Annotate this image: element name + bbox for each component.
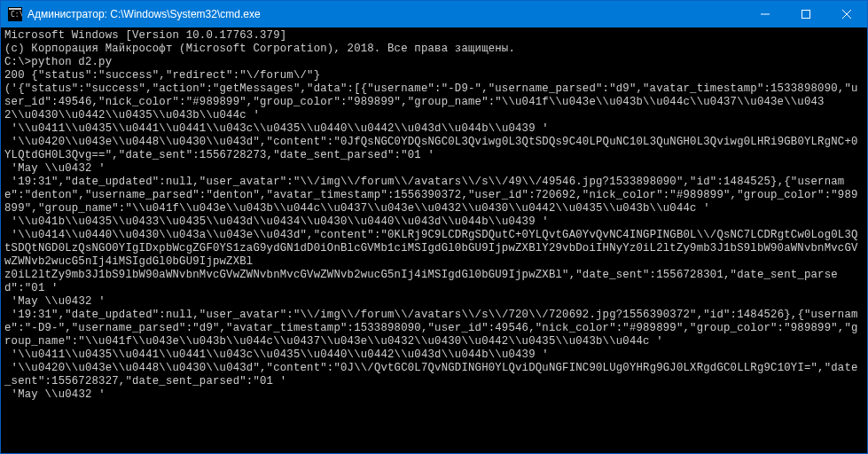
titlebar[interactable]: C:\ Администратор: C:\Windows\System32\c… (1, 1, 867, 27)
cmd-icon: C:\ (8, 7, 22, 21)
terminal-line: '19:31","date_updated":null,"user_avatar… (4, 309, 864, 348)
terminal-line: z0iL2ltZy9mb3J1bS9lbW90aWNvbnMvcGVwZWNvb… (4, 269, 864, 295)
maximize-button[interactable] (786, 1, 826, 27)
terminal-line: '\\u0414\\u0440\\u0430\\u043a\\u043e\\u0… (4, 229, 864, 269)
close-button[interactable] (826, 1, 867, 27)
terminal-line: '\\u0420\\u043e\\u0448\\u0430\\u043d","c… (4, 362, 864, 388)
svg-text:C:\: C:\ (11, 11, 22, 19)
minimize-button[interactable] (745, 1, 786, 27)
terminal-line: '19:31","date_updated":null,"user_avatar… (4, 176, 864, 215)
terminal-line: (c) Корпорация Майкрософт (Microsoft Cor… (4, 43, 864, 56)
terminal-line: Microsoft Windows [Version 10.0.17763.37… (4, 29, 864, 43)
terminal-line: 2\\u0430\\u0442\\u0435\\u043b\\u044c ' (4, 109, 864, 122)
terminal-line: '\\u0411\\u0435\\u0441\\u0441\\u043c\\u0… (4, 122, 864, 136)
terminal-line: 'May \\u0432 ' (4, 162, 864, 176)
window-title: Администратор: C:\Windows\System32\cmd.e… (27, 8, 745, 20)
window-controls (745, 1, 867, 27)
terminal-line: '\\u041b\\u0435\\u0433\\u0435\\u043d\\u0… (4, 215, 864, 229)
terminal-line: '\\u0411\\u0435\\u0441\\u0441\\u043c\\u0… (4, 348, 864, 362)
terminal-line: C:\>python d2.py (4, 56, 864, 69)
svg-rect-1 (9, 8, 21, 10)
cmd-window: C:\ Администратор: C:\Windows\System32\c… (0, 0, 868, 454)
terminal-line: '\\u0420\\u043e\\u0448\\u0430\\u043d","c… (4, 136, 864, 162)
terminal-line: 'May \\u0432 ' (4, 295, 864, 309)
terminal-line: 'May \\u0432 ' (4, 388, 864, 402)
terminal-output[interactable]: Microsoft Windows [Version 10.0.17763.37… (1, 27, 867, 453)
terminal-line: 200 {"status":"success","redirect":"\/fo… (4, 69, 864, 82)
terminal-line: ('{"status":"success","action":"getMessa… (4, 82, 864, 109)
svg-rect-4 (802, 11, 810, 19)
